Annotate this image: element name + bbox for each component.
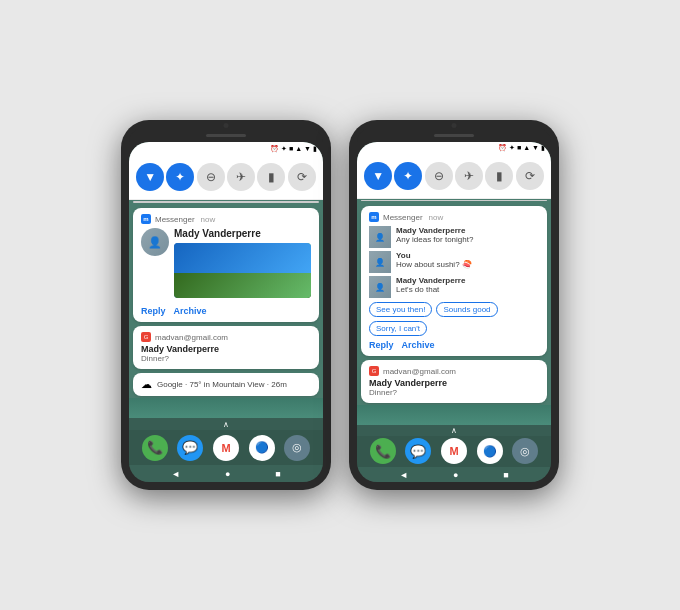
reply-action-left[interactable]: Reply: [141, 306, 166, 316]
reply-btn-0[interactable]: See you then!: [369, 302, 432, 317]
gmail-notif-right: G madvan@gmail.com Mady Vanderperre Dinn…: [361, 360, 547, 403]
notif-image-left: [174, 243, 311, 298]
dock-phone-left[interactable]: 📞: [142, 435, 168, 461]
chat-msg-1: How about sushi? 🍣: [396, 260, 539, 269]
recents-icon-left[interactable]: ■: [275, 469, 280, 479]
qs-rotate-right[interactable]: ⟳: [516, 162, 544, 190]
qs-rotate-left[interactable]: ⟳: [288, 163, 316, 191]
camera-dot-left: [224, 123, 229, 128]
gmail-notif-left: G madvan@gmail.com Mady Vanderperre Dinn…: [133, 326, 319, 369]
phone-screen-left: ⏰ ✦ ■ ▲ ▼ ▮ ▼ ✦ ⊖ ✈ ▮ ⟳: [129, 142, 323, 482]
dock-chrome-left[interactable]: 🔵: [249, 435, 275, 461]
dock-camera-right[interactable]: ◎: [512, 438, 538, 464]
phone-right: ⏰ ✦ ■ ▲ ▼ ▮ ▼ ✦ ⊖ ✈ ▮ ⟳: [349, 120, 559, 490]
dock-left: 📞 💬 M 🔵 ◎: [129, 430, 323, 465]
qs-bluetooth-right[interactable]: ✦: [394, 162, 422, 190]
screen-bg-left: [129, 398, 323, 418]
back-icon-right[interactable]: ◄: [399, 470, 408, 480]
messenger-notif-left: m Messenger now 👤 Mady Vanderperre: [133, 208, 319, 322]
swipe-handle-left: ∧: [129, 418, 323, 430]
gmail-header-right: G madvan@gmail.com: [369, 366, 539, 376]
screen-bg-right: [357, 405, 551, 425]
signal-icon: ▲: [295, 145, 302, 152]
smart-reply-buttons-right: See you then! Sounds good Sorry, I can't: [369, 302, 539, 336]
notif-actions-left: Reply Archive: [141, 306, 311, 316]
qs-wifi-left[interactable]: ▼: [136, 163, 164, 191]
notif-time-left: now: [201, 215, 216, 224]
home-icon-right[interactable]: ●: [453, 470, 458, 480]
status-icons-left: ⏰ ✦ ■ ▲ ▼ ▮: [270, 145, 317, 153]
gmail-email-right: madvan@gmail.com: [383, 367, 456, 376]
bluetooth-status-icon-r: ✦: [509, 144, 515, 152]
chat-avatar-you: 👤: [369, 251, 391, 273]
qs-airplane-left[interactable]: ✈: [227, 163, 255, 191]
battery-icon-r: ▮: [541, 144, 545, 152]
back-icon-left[interactable]: ◄: [171, 469, 180, 479]
avatar-face-mady-0: 👤: [369, 226, 391, 248]
nav-bar-left: ◄ ● ■: [129, 465, 323, 482]
recents-icon-right[interactable]: ■: [503, 470, 508, 480]
chat-row-1: 👤 You How about sushi? 🍣: [369, 251, 539, 273]
gmail-subject-right: Dinner?: [369, 388, 539, 397]
dock-gmail-right[interactable]: M: [441, 438, 467, 464]
avatar-face-you: 👤: [369, 251, 391, 273]
qs-flashlight-left[interactable]: ▮: [257, 163, 285, 191]
chat-avatar-mady-2: 👤: [369, 276, 391, 298]
home-icon-left[interactable]: ●: [225, 469, 230, 479]
messenger-app-icon-right: m: [369, 212, 379, 222]
messenger-notif-right: m Messenger now 👤 Mady Vanderperre Any i…: [361, 206, 547, 356]
quick-settings-left: ▼ ✦ ⊖ ✈ ▮ ⟳: [129, 155, 323, 200]
qs-flashlight-right[interactable]: ▮: [485, 162, 513, 190]
gmail-sender-right: Mady Vanderperre: [369, 378, 539, 388]
notif-time-right: now: [429, 213, 444, 222]
signal-icon-r: ▲: [523, 144, 530, 151]
dock-phone-right[interactable]: 📞: [370, 438, 396, 464]
chat-msg-2: Let's do that: [396, 285, 539, 294]
quick-settings-right: ▼ ✦ ⊖ ✈ ▮ ⟳: [357, 154, 551, 199]
nfc-icon: ■: [289, 145, 293, 152]
weather-card-left: ☁ Google · 75° in Mountain View · 26m: [133, 373, 319, 396]
bluetooth-status-icon: ✦: [281, 145, 287, 153]
dock-right: 📞 💬 M 🔵 ◎: [357, 436, 551, 467]
chat-text-0: Mady Vanderperre Any ideas for tonight?: [396, 226, 539, 244]
dock-gmail-left[interactable]: M: [213, 435, 239, 461]
chat-msg-0: Any ideas for tonight?: [396, 235, 539, 244]
reply-btn-2[interactable]: Sorry, I can't: [369, 321, 427, 336]
reply-action-right[interactable]: Reply: [369, 340, 394, 350]
nav-bar-right: ◄ ● ■: [357, 467, 551, 482]
qs-dnd-right[interactable]: ⊖: [425, 162, 453, 190]
dock-chrome-right[interactable]: 🔵: [477, 438, 503, 464]
divider-right: [361, 200, 547, 201]
notif-header-right: m Messenger now: [369, 212, 539, 222]
alarm-icon: ⏰: [270, 145, 279, 153]
dock-messages-left[interactable]: 💬: [177, 435, 203, 461]
qs-bluetooth-left[interactable]: ✦: [166, 163, 194, 191]
phone-left: ⏰ ✦ ■ ▲ ▼ ▮ ▼ ✦ ⊖ ✈ ▮ ⟳: [121, 120, 331, 490]
avatar-face-mady-2: 👤: [369, 276, 391, 298]
gmail-subject-left: Dinner?: [141, 354, 311, 363]
dock-camera-left[interactable]: ◎: [284, 435, 310, 461]
qs-airplane-right[interactable]: ✈: [455, 162, 483, 190]
qs-wifi-right[interactable]: ▼: [364, 162, 392, 190]
alarm-icon-r: ⏰: [498, 144, 507, 152]
chat-sender-2: Mady Vanderperre: [396, 276, 539, 285]
reply-btn-1[interactable]: Sounds good: [436, 302, 497, 317]
qs-dnd-left[interactable]: ⊖: [197, 163, 225, 191]
weather-text-left: Google · 75° in Mountain View · 26m: [157, 380, 287, 389]
chat-text-1: You How about sushi? 🍣: [396, 251, 539, 269]
chat-row-2: 👤 Mady Vanderperre Let's do that: [369, 276, 539, 298]
gmail-header-left: G madvan@gmail.com: [141, 332, 311, 342]
dock-messages-right[interactable]: 💬: [405, 438, 431, 464]
chat-text-2: Mady Vanderperre Let's do that: [396, 276, 539, 294]
chat-sender-0: Mady Vanderperre: [396, 226, 539, 235]
chat-avatar-mady-0: 👤: [369, 226, 391, 248]
sender-avatar-left: 👤: [141, 228, 169, 256]
archive-action-left[interactable]: Archive: [174, 306, 207, 316]
camera-dot-right: [452, 123, 457, 128]
archive-action-right[interactable]: Archive: [402, 340, 435, 350]
phone-screen-right: ⏰ ✦ ■ ▲ ▼ ▮ ▼ ✦ ⊖ ✈ ▮ ⟳: [357, 142, 551, 482]
gmail-app-icon-right: G: [369, 366, 379, 376]
speaker-right: [434, 134, 474, 137]
notif-header-left: m Messenger now: [141, 214, 311, 224]
notif-actions-right: Reply Archive: [369, 340, 539, 350]
